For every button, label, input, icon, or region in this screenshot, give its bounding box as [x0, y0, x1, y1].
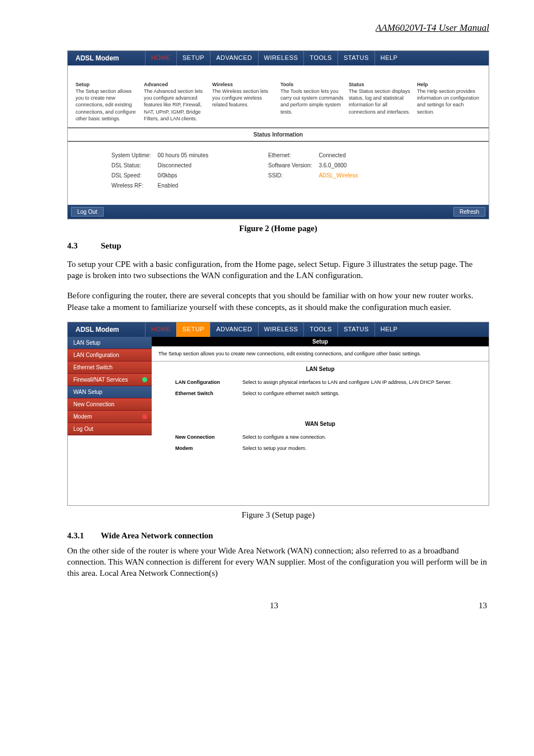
nav-tab-status[interactable]: STATUS: [338, 322, 374, 337]
sidebar-item[interactable]: Ethernet Switch: [68, 361, 152, 374]
wan-para: On the other side of the router is where…: [67, 545, 489, 579]
status-info-header: Status Information: [68, 128, 489, 142]
setup-para-2: Before configuring the router, there are…: [67, 290, 489, 313]
brand-label: ADSL Modem: [68, 51, 145, 65]
panel-title: Setup: [152, 337, 489, 346]
sidebar-item[interactable]: Log Out: [68, 423, 152, 435]
nav-tab-setup[interactable]: SETUP: [176, 322, 210, 337]
module-advanced: AdvancedThe Advanced section lets you co…: [144, 81, 208, 122]
nav-tab-wireless[interactable]: WIRELESS: [258, 51, 304, 65]
nav-tab-tools[interactable]: TOOLS: [303, 51, 338, 65]
module-wireless: WirelessThe Wireless section lets you co…: [212, 81, 276, 122]
manual-title: AAM6020VI-T4 User Manual: [67, 22, 489, 34]
refresh-button[interactable]: Refresh: [453, 207, 485, 217]
sidebar-item[interactable]: Firewall/NAT Services: [68, 374, 152, 386]
nav-tab-help[interactable]: HELP: [374, 322, 404, 337]
section-4-3-1-heading: 4.3.1Wide Area Network connection: [67, 531, 489, 541]
nav-tab-home[interactable]: HOME: [145, 322, 176, 337]
lan-setup-subtitle: LAN Setup: [152, 361, 489, 377]
nav-tab-advanced[interactable]: ADVANCED: [210, 322, 257, 337]
wan-setup-subtitle: WAN Setup: [152, 416, 489, 431]
brand-label: ADSL Modem: [68, 322, 145, 337]
nav-tab-home[interactable]: HOME: [145, 51, 176, 65]
sidebar-item[interactable]: Modem: [68, 411, 152, 423]
nav-tab-tools[interactable]: TOOLS: [303, 322, 338, 337]
module-tools: ToolsThe Tools section lets you carry ou…: [280, 81, 344, 122]
nav-tab-setup[interactable]: SETUP: [176, 51, 210, 65]
sidebar-item[interactable]: LAN Configuration: [68, 349, 152, 361]
figure-3-caption: Figure 3 (Setup page): [67, 510, 489, 520]
figure-2-caption: Figure 2 (Home page): [67, 224, 489, 233]
section-4-3-heading: 4.3Setup: [67, 241, 489, 251]
sidebar-item[interactable]: WAN Setup: [68, 386, 152, 398]
nav-tab-help[interactable]: HELP: [374, 51, 404, 65]
logout-button[interactable]: Log Out: [71, 207, 104, 217]
panel-description: The Setup section allows you to create n…: [152, 346, 489, 361]
nav-tab-status[interactable]: STATUS: [338, 51, 374, 65]
page-number: 13 13: [67, 601, 489, 611]
nav-tab-advanced[interactable]: ADVANCED: [210, 51, 257, 65]
module-help: HelpThe Help section provides informatio…: [417, 81, 481, 122]
setup-page-screenshot: ADSL Modem HOMESETUPADVANCEDWIRELESSTOOL…: [67, 322, 489, 506]
setup-para-1: To setup your CPE with a basic configura…: [67, 259, 489, 281]
home-page-screenshot: ADSL Modem HOMESETUPADVANCEDWIRELESSTOOL…: [67, 50, 489, 219]
module-setup: SetupThe Setup section allows you to cre…: [76, 81, 139, 122]
nav-tab-wireless[interactable]: WIRELESS: [258, 322, 304, 337]
sidebar-item[interactable]: New Connection: [68, 398, 152, 411]
sidebar-item[interactable]: LAN Setup: [68, 337, 152, 349]
module-status: StatusThe Status section displays status…: [349, 81, 413, 122]
